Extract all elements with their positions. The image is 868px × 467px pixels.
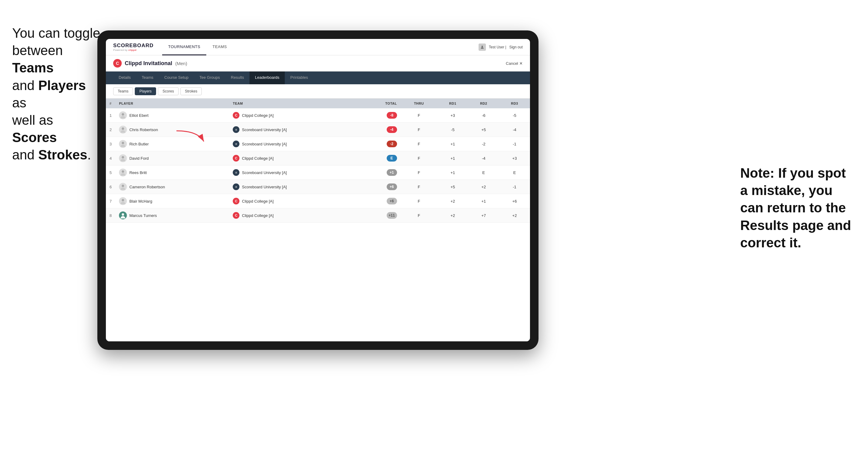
svg-point-5 <box>122 170 124 173</box>
cell-total: +6 <box>360 194 401 209</box>
team-name: Scoreboard University [A] <box>242 170 287 175</box>
cell-rank: 8 <box>106 209 115 223</box>
cell-team: ≡Scoreboard University [A] <box>229 137 360 151</box>
cell-rd2: +5 <box>468 123 499 137</box>
tablet-screen: SCOREBOARD Powered by clippd TOURNAMENTS… <box>106 39 530 341</box>
team-logo: C <box>233 198 240 205</box>
cell-player: Rees Britt <box>115 165 229 180</box>
team-logo: ≡ <box>233 183 240 190</box>
table-row: 6Cameron Robertson≡Scoreboard University… <box>106 180 530 194</box>
cell-total: +11 <box>360 209 401 223</box>
players-table: # PLAYER TEAM TOTAL THRU RD1 RD2 RD3 1El… <box>106 99 530 223</box>
right-annotation: Note: If you spot a mistake, you can ret… <box>740 164 856 251</box>
team-logo: C <box>233 112 240 119</box>
cell-rd3: +2 <box>499 209 530 223</box>
cell-player: Chris Robertson <box>115 123 229 137</box>
svg-point-6 <box>122 185 124 187</box>
tab-leaderboards[interactable]: Leaderboards <box>249 71 285 84</box>
tab-printables[interactable]: Printables <box>285 71 313 84</box>
nav-link-teams[interactable]: TEAMS <box>206 39 233 55</box>
cell-rd3: -5 <box>499 108 530 123</box>
annotation-bold4: Strokes <box>38 147 87 162</box>
nav-link-tournaments[interactable]: TOURNAMENTS <box>162 39 207 55</box>
col-rd2: RD2 <box>468 99 499 108</box>
cell-rd2: +7 <box>468 209 499 223</box>
score-badge: -4 <box>387 126 397 133</box>
player-name: Marcus Turners <box>129 213 157 218</box>
cell-thru: F <box>401 123 437 137</box>
table-row: 3Rich Butler≡Scoreboard University [A]-2… <box>106 137 530 151</box>
cell-thru: F <box>401 108 437 123</box>
score-badge: -8 <box>387 112 397 119</box>
svg-point-2 <box>122 127 124 130</box>
cell-rd2: +2 <box>468 180 499 194</box>
sub-tab-players[interactable]: Players <box>135 87 156 95</box>
cell-thru: F <box>401 137 437 151</box>
cell-rd2: +1 <box>468 194 499 209</box>
svg-point-7 <box>122 199 124 201</box>
col-rd1: RD1 <box>437 99 468 108</box>
sign-out-link[interactable]: Sign out <box>509 45 523 49</box>
score-badge: +11 <box>387 212 397 219</box>
cell-rank: 6 <box>106 180 115 194</box>
svg-point-3 <box>122 142 124 144</box>
sub-tab-teams[interactable]: Teams <box>113 87 133 95</box>
score-badge: -2 <box>387 141 397 147</box>
tab-teams[interactable]: Teams <box>136 71 159 84</box>
cell-total: +6 <box>360 180 401 194</box>
cell-rd2: -4 <box>468 151 499 165</box>
cell-rd2: -6 <box>468 108 499 123</box>
cell-thru: F <box>401 180 437 194</box>
table-header: # PLAYER TEAM TOTAL THRU RD1 RD2 RD3 <box>106 99 530 108</box>
player-name: Elliot Ebert <box>129 113 149 118</box>
sub-tab-strokes[interactable]: Strokes <box>180 87 202 95</box>
cell-rd3: -4 <box>499 123 530 137</box>
team-logo: C <box>233 212 240 219</box>
col-thru: THRU <box>401 99 437 108</box>
cell-player: David Ford <box>115 151 229 165</box>
cell-thru: F <box>401 209 437 223</box>
user-avatar <box>478 43 486 51</box>
cell-thru: F <box>401 165 437 180</box>
team-name: Scoreboard University [A] <box>242 185 287 189</box>
logo-text: SCOREBOARD <box>113 42 154 49</box>
cell-team: CClippd College [A] <box>229 108 360 123</box>
cell-rd3: -1 <box>499 137 530 151</box>
col-team: TEAM <box>229 99 360 108</box>
table-row: 1Elliot EbertCClippd College [A]-8F+3-6-… <box>106 108 530 123</box>
player-avatar <box>119 183 127 191</box>
team-logo: ≡ <box>233 141 240 147</box>
cell-thru: F <box>401 151 437 165</box>
score-badge: +6 <box>387 183 397 190</box>
tab-results[interactable]: Results <box>225 71 249 84</box>
table-body: 1Elliot EbertCClippd College [A]-8F+3-6-… <box>106 108 530 223</box>
player-name: Chris Robertson <box>129 127 158 132</box>
cell-rd1: +2 <box>437 194 468 209</box>
cancel-button[interactable]: Cancel ✕ <box>506 61 523 66</box>
cell-rank: 7 <box>106 194 115 209</box>
tab-tee-groups[interactable]: Tee Groups <box>194 71 225 84</box>
cell-rank: 4 <box>106 151 115 165</box>
top-nav: SCOREBOARD Powered by clippd TOURNAMENTS… <box>106 39 530 55</box>
sub-tab-scores[interactable]: Scores <box>158 87 178 95</box>
cell-rd3: +3 <box>499 151 530 165</box>
player-avatar <box>119 168 127 177</box>
tab-course-setup[interactable]: Course Setup <box>159 71 194 84</box>
cell-rd1: +1 <box>437 151 468 165</box>
tab-details[interactable]: Details <box>113 71 136 84</box>
cell-total: +1 <box>360 165 401 180</box>
cell-rank: 5 <box>106 165 115 180</box>
cancel-icon: ✕ <box>519 61 523 66</box>
cell-rank: 1 <box>106 108 115 123</box>
cancel-label: Cancel <box>506 61 518 66</box>
team-name: Clippd College [A] <box>242 213 274 218</box>
team-logo: ≡ <box>233 126 240 133</box>
cell-player: Elliot Ebert <box>115 108 229 123</box>
annotation-bold1: Teams <box>12 60 54 75</box>
tournament-header: C Clippd Invitational (Men) Cancel ✕ <box>106 55 530 71</box>
cell-player: Marcus Turners <box>115 209 229 223</box>
annotation-bold3: Scores <box>12 130 57 145</box>
team-name: Scoreboard University [A] <box>242 127 287 132</box>
player-name: Rich Butler <box>129 142 149 146</box>
leaderboard-table: # PLAYER TEAM TOTAL THRU RD1 RD2 RD3 1El… <box>106 99 530 341</box>
